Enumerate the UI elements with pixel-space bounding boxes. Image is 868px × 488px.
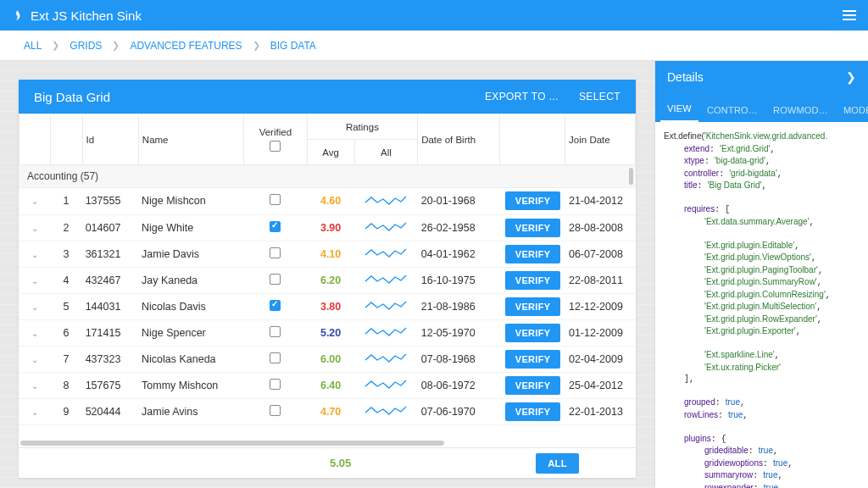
- cell-joindate: 25-04-2012: [565, 372, 636, 398]
- tab-view[interactable]: VIEW: [660, 97, 698, 122]
- crumb-bigdata[interactable]: BIG DATA: [264, 40, 323, 52]
- cell-dob: 21-08-1986: [418, 293, 500, 319]
- crumb-all[interactable]: ALL: [17, 40, 48, 52]
- tab-controller[interactable]: CONTRO…: [700, 98, 765, 122]
- scrollbar-horizontal[interactable]: [20, 441, 444, 446]
- sencha-icon: [12, 9, 24, 21]
- row-index: 5: [50, 293, 81, 319]
- table-row[interactable]: ⌄5144031Nicolas Davis3.8021-08-1986VERIF…: [19, 293, 636, 319]
- col-avg[interactable]: Avg: [307, 140, 354, 165]
- verify-button[interactable]: VERIFY: [505, 402, 561, 421]
- table-row[interactable]: ⌄4432467Jay Kaneda6.2016-10-1975VERIFY22…: [19, 267, 636, 293]
- cell-joindate: 21-04-2012: [565, 188, 636, 214]
- sparkline: [364, 271, 407, 286]
- menu-icon[interactable]: [843, 8, 856, 23]
- col-joindate[interactable]: Join Date: [565, 114, 636, 165]
- verified-checkbox[interactable]: [270, 405, 281, 416]
- col-dob[interactable]: Date of Birth: [418, 114, 500, 165]
- verified-checkbox[interactable]: [270, 221, 281, 232]
- expand-icon[interactable]: ⌄: [31, 408, 38, 417]
- crumb-grids[interactable]: GRIDS: [63, 40, 108, 52]
- chevron-right-icon: ❯: [253, 40, 260, 51]
- cell-dob: 07-06-1970: [418, 398, 500, 424]
- verify-button[interactable]: VERIFY: [505, 191, 561, 210]
- cell-avg: 6.00: [320, 353, 341, 365]
- verify-button[interactable]: VERIFY: [505, 350, 561, 369]
- verified-checkbox[interactable]: [270, 326, 281, 337]
- verify-button[interactable]: VERIFY: [505, 219, 561, 237]
- row-index: 2: [50, 214, 81, 241]
- col-name[interactable]: Name: [138, 114, 243, 165]
- cell-joindate: 22-08-2011: [565, 267, 636, 293]
- sparkline: [364, 219, 407, 234]
- cell-name: Jamie Avins: [138, 398, 243, 424]
- cell-dob: 12-05-1970: [418, 319, 500, 346]
- row-index: 3: [50, 241, 81, 267]
- cell-name: Nicolas Kaneda: [138, 346, 243, 372]
- expand-icon[interactable]: ⌄: [31, 224, 38, 233]
- grid-title: Big Data Grid: [34, 90, 110, 104]
- group-row[interactable]: Accounting (57): [19, 165, 636, 188]
- expand-icon[interactable]: ⌄: [31, 250, 38, 259]
- verified-checkbox[interactable]: [270, 247, 281, 258]
- verify-button[interactable]: VERIFY: [505, 245, 561, 263]
- sparkline: [364, 192, 407, 208]
- cell-joindate: 22-01-2013: [565, 398, 636, 424]
- tab-rowmodel[interactable]: ROWMOD…: [766, 98, 835, 122]
- cell-name: Tommy Mishcon: [138, 372, 243, 398]
- crumb-advanced[interactable]: ADVANCED FEATURES: [123, 40, 248, 52]
- export-button[interactable]: EXPORT TO ...: [485, 91, 559, 103]
- table-row[interactable]: ⌄1137555Nige Mishcon4.6020-01-1968VERIFY…: [19, 188, 636, 214]
- cell-avg: 3.90: [320, 222, 341, 234]
- table-row[interactable]: ⌄6171415Nige Spencer5.2012-05-1970VERIFY…: [19, 319, 636, 346]
- verified-checkbox[interactable]: [270, 352, 281, 363]
- cell-dob: 04-01-1962: [418, 241, 500, 267]
- cell-id: 361321: [82, 241, 138, 267]
- cell-name: Nige Mishcon: [138, 188, 243, 214]
- sparkline: [364, 324, 407, 339]
- verified-header-checkbox[interactable]: [270, 141, 281, 152]
- verify-button[interactable]: VERIFY: [505, 297, 561, 316]
- cell-avg: 3.80: [320, 301, 341, 313]
- cell-id: 520444: [82, 398, 138, 424]
- verified-checkbox[interactable]: [270, 379, 281, 390]
- cell-name: Nige White: [138, 214, 243, 241]
- cell-joindate: 28-08-2008: [565, 214, 636, 241]
- select-button[interactable]: SELECT: [579, 91, 620, 103]
- verified-checkbox[interactable]: [270, 194, 281, 205]
- chevron-right-icon[interactable]: ❯: [846, 70, 856, 84]
- tab-model[interactable]: MODEL: [837, 98, 868, 122]
- table-row[interactable]: ⌄8157675Tommy Mishcon6.4008-06-1972VERIF…: [19, 372, 636, 398]
- cell-joindate: 06-07-2008: [565, 241, 636, 267]
- expand-icon[interactable]: ⌄: [31, 355, 38, 364]
- verified-checkbox[interactable]: [270, 300, 281, 311]
- table-row[interactable]: ⌄2014607Nige White3.9026-02-1958VERIFY28…: [19, 214, 636, 241]
- table-row[interactable]: ⌄9520444Jamie Avins4.7007-06-1970VERIFY2…: [19, 398, 636, 424]
- cell-avg: 5.20: [320, 327, 341, 339]
- grid-card: Big Data Grid EXPORT TO ... SELECT Id: [19, 80, 636, 478]
- expand-icon[interactable]: ⌄: [31, 302, 38, 312]
- cell-avg: 4.60: [320, 195, 341, 207]
- verified-checkbox[interactable]: [270, 274, 281, 285]
- cell-joindate: 02-04-2009: [565, 346, 636, 372]
- verify-button[interactable]: VERIFY: [505, 376, 561, 395]
- expand-icon[interactable]: ⌄: [31, 276, 38, 286]
- cell-avg: 6.40: [320, 380, 341, 391]
- verify-button[interactable]: VERIFY: [505, 271, 561, 290]
- expand-icon[interactable]: ⌄: [31, 381, 38, 391]
- expand-icon[interactable]: ⌄: [31, 329, 38, 338]
- col-all[interactable]: All: [354, 140, 418, 165]
- summary-all-button[interactable]: ALL: [536, 453, 578, 474]
- table-row[interactable]: ⌄7437323Nicolas Kaneda6.0007-08-1968VERI…: [19, 346, 636, 372]
- verify-button[interactable]: VERIFY: [505, 324, 561, 342]
- col-verified[interactable]: Verified: [244, 114, 308, 165]
- table-row[interactable]: ⌄3361321Jamie Davis4.1004-01-1962VERIFY0…: [19, 241, 636, 267]
- row-index: 1: [50, 188, 81, 214]
- expand-icon[interactable]: ⌄: [31, 197, 38, 206]
- scrollbar-vertical[interactable]: [629, 168, 633, 185]
- col-id[interactable]: Id: [82, 114, 138, 165]
- cell-id: 432467: [82, 267, 138, 293]
- col-ratings[interactable]: Ratings: [307, 114, 417, 140]
- sparkline: [364, 297, 407, 313]
- cell-id: 144031: [82, 293, 138, 319]
